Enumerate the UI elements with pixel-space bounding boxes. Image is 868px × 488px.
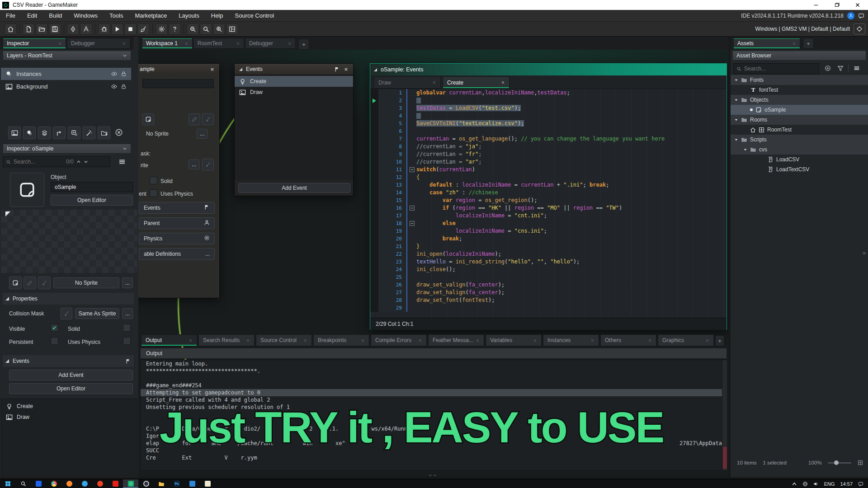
edit-mask-button[interactable] [202,159,214,170]
event-item-draw[interactable]: Draw [1,412,137,422]
solid-checkbox[interactable] [150,177,157,184]
code-line[interactable]: 17 localizeIniName = "cnt.ini"; [370,212,726,220]
line-number[interactable]: 28 [378,296,406,304]
code-line[interactable]: 16 if (region == "HK" || region == "MO" … [370,204,726,212]
close-tab-icon[interactable] [792,42,796,46]
menu-item-marketplace[interactable]: Marketplace [129,10,173,22]
asset-menu-icon[interactable] [854,65,860,71]
asset-fonttest[interactable]: TfontTest [731,85,868,95]
line-number[interactable]: 15 [378,197,406,204]
line-number[interactable]: 5 [378,120,406,127]
code-line[interactable]: 24ini_close(); [370,266,726,273]
toolbar-broom-button[interactable] [137,23,150,35]
object-rollout-physics[interactable]: Physics [139,233,215,244]
code-line[interactable]: 8//currentLan = "ja"; [370,143,726,150]
toolbar-question-button[interactable] [169,23,181,35]
workspace-tab-debugger[interactable]: Debugger [245,38,296,49]
line-number[interactable]: 14 [378,189,406,197]
edit-image-button[interactable] [202,113,214,125]
solid-checkbox[interactable] [123,324,131,332]
log-line[interactable]: **********************************. [141,367,726,375]
toolbar-zoom-in-button[interactable] [213,23,225,35]
taskbar-app-photoshop[interactable]: Ps [169,479,184,488]
close-tab-icon[interactable] [189,338,193,343]
line-number[interactable]: 13 [378,181,406,189]
feedback-chat-icon[interactable] [858,13,864,19]
toolbar-zoom-out-button[interactable] [187,23,199,35]
close-tab-icon[interactable] [288,42,292,46]
code-tab-create[interactable]: Create [443,76,509,89]
edit-mask-button[interactable] [61,308,72,319]
line-number[interactable]: 6 [378,127,406,135]
taskbar-app-app-blue[interactable] [31,479,46,488]
toolbar-home-button[interactable] [5,23,17,35]
fold-toggle[interactable] [410,167,415,172]
line-number[interactable]: 18 [378,220,406,227]
output-tab-instances[interactable]: Instances [543,334,599,346]
toolbar-search-button[interactable] [200,23,212,35]
new-sprite-button[interactable] [9,277,22,289]
menu-item-edit[interactable]: Edit [21,10,43,22]
toolbar-gear-button[interactable] [156,23,168,35]
line-number[interactable]: 25 [378,273,406,281]
log-line[interactable] [141,375,726,382]
grid-view-icon[interactable] [858,460,863,465]
code-line[interactable]: 3testDatas = LoadCSV("test.csv"); [370,104,726,112]
caret-icon[interactable] [734,118,738,122]
minimize-button[interactable] [806,0,826,10]
output-tab-graphics[interactable]: Graphics [658,334,714,346]
collapse-output-handle[interactable] [428,471,438,477]
code-line[interactable]: 20 break; [370,235,726,243]
asset-zoom-slider[interactable] [828,462,851,464]
output-tab-others[interactable]: Others [600,334,656,346]
chevron-up-icon[interactable] [76,160,81,164]
lock-icon[interactable] [121,71,127,77]
account-avatar[interactable] [847,12,854,19]
code-line[interactable]: 29 [370,304,726,312]
output-tab-feather-messa[interactable]: Feather Messa... [428,334,484,346]
menu-item-help[interactable]: Help [205,10,229,22]
code-line[interactable]: 25 [370,273,726,281]
event-item-create[interactable]: Create [1,401,137,412]
collision-mask-select[interactable]: Same As Sprite [75,308,119,319]
scrollbar-thumb[interactable] [723,447,727,469]
line-number[interactable]: 12 [378,174,406,181]
close-tab-icon[interactable] [533,338,537,343]
log-line[interactable]: Cre Ext V r.yym [141,454,726,461]
close-icon[interactable] [344,67,349,72]
add-workspace-tab[interactable]: + [298,39,309,50]
add-circle2-layer-button[interactable] [23,127,36,139]
close-tab-icon[interactable] [590,338,594,343]
toolbar-package-button[interactable] [67,23,79,35]
code-line[interactable]: 22ini_open(localizeIniName); [370,250,726,258]
object-name-field[interactable]: oSample [51,182,133,192]
toolbar-layout-button[interactable] [226,23,238,35]
log-line[interactable]: ###game_end###254 [141,382,726,389]
fold-toggle[interactable] [410,221,415,226]
line-number[interactable]: 9 [378,150,406,158]
output-tab-breakpoints[interactable]: Breakpoints [313,334,369,346]
line-number[interactable]: 20 [378,235,406,243]
network-icon[interactable] [802,481,808,487]
output-tab-source-control[interactable]: Source Control [256,334,312,346]
code-line[interactable]: 6 [370,127,726,135]
menu-item-build[interactable]: Build [43,10,68,22]
taskbar-app-firefox[interactable] [61,479,77,488]
log-line[interactable]: Attempting to set gamepadcount to 0 [141,389,726,396]
taskbar-app-notepad[interactable] [200,479,215,488]
uses-physics-checkbox[interactable] [150,189,157,197]
inspector-search[interactable]: 0/0 [3,156,110,167]
object-rollout-events[interactable]: Events [139,202,215,214]
code-line[interactable]: 14 case "zh" : //chinese [370,189,726,197]
taskbar-app-vscode[interactable] [184,479,200,488]
properties-section-header[interactable]: Properties [3,293,134,305]
line-number[interactable]: 23 [378,258,406,266]
asset-scripts[interactable]: Scripts [731,135,868,145]
notification-icon[interactable] [858,481,863,487]
asset-fonts[interactable]: Fonts [731,75,868,85]
code-line[interactable]: 5SaveCSVToINI("textLocalize.csv"); [370,120,726,127]
line-number[interactable]: 26 [378,281,406,289]
add-folderplus-layer-button[interactable] [98,127,110,139]
close-tab-icon[interactable] [705,338,709,343]
menu-item-windows[interactable]: Windows [68,10,104,22]
